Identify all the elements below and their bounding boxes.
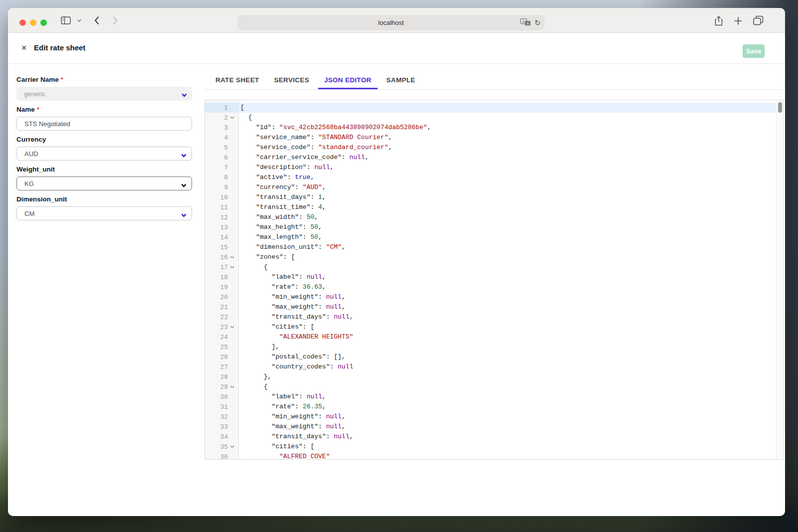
- code-line[interactable]: 13 "max_height": 50,: [205, 222, 776, 232]
- json-token: },: [264, 373, 272, 380]
- json-code-editor[interactable]: 1[2 {3 "id": "svc_42cb22568ba44389890207…: [204, 100, 784, 460]
- new-tab-icon[interactable]: [734, 16, 743, 25]
- fold-icon[interactable]: [228, 266, 238, 269]
- json-token: ,: [322, 273, 326, 281]
- minimize-window-button[interactable]: [30, 19, 36, 26]
- code-line[interactable]: 21 "max_weight": null,: [205, 302, 776, 312]
- json-token: null: [314, 164, 330, 171]
- code-line[interactable]: 12 "max_width": 50,: [205, 212, 776, 222]
- code-line[interactable]: 14 "max_length": 50,: [205, 232, 776, 242]
- save-button[interactable]: Save: [743, 44, 765, 58]
- json-token: :: [310, 193, 318, 201]
- reload-icon[interactable]: ↻: [534, 18, 541, 27]
- json-token: 26.35: [303, 403, 322, 410]
- json-token: "service_code": [256, 144, 310, 151]
- tab-sample[interactable]: SAMPLE: [381, 72, 421, 89]
- fold-icon[interactable]: [228, 445, 238, 448]
- weight-unit-select[interactable]: KG: [16, 177, 192, 190]
- carrier-name-select[interactable]: generic: [16, 87, 192, 101]
- json-token: "AUD": [303, 183, 322, 191]
- dimension-unit-select[interactable]: CM: [16, 206, 192, 220]
- code-line[interactable]: 10 "transit_days": 1,: [205, 192, 776, 202]
- gutter-cell: 2: [205, 113, 238, 123]
- line-number: 1: [205, 104, 228, 112]
- fold-icon[interactable]: [228, 385, 238, 388]
- code-text: "min_weight": null,: [238, 412, 776, 422]
- fold-icon[interactable]: [228, 116, 238, 119]
- json-token: "min_weight": [271, 293, 318, 301]
- forward-button[interactable]: [112, 15, 118, 25]
- back-button[interactable]: [94, 15, 100, 25]
- sidebar-chevron-icon[interactable]: [77, 19, 82, 22]
- editor-scrollbar-thumb[interactable]: [778, 102, 782, 113]
- fold-icon[interactable]: [228, 326, 238, 329]
- tab-json-editor[interactable]: JSON EDITOR: [318, 72, 378, 89]
- json-token: "max_weight": [271, 423, 318, 430]
- code-line[interactable]: 25 ],: [205, 342, 776, 352]
- currency-label: Currency: [16, 136, 192, 144]
- code-text: "min_weight": null,: [238, 292, 776, 302]
- share-icon[interactable]: [714, 15, 723, 26]
- line-number: 31: [205, 403, 228, 411]
- code-line[interactable]: 36 "ALFRED COVE": [205, 452, 776, 460]
- json-token: : [: [303, 323, 314, 331]
- code-line[interactable]: 34 "transit_days": null,: [205, 432, 776, 442]
- tab-overview-icon[interactable]: [753, 15, 764, 25]
- code-line[interactable]: 27 "country_codes": null: [205, 362, 776, 372]
- code-line[interactable]: 2 {: [205, 113, 776, 123]
- code-line[interactable]: 20 "min_weight": null,: [205, 292, 776, 302]
- code-line[interactable]: 32 "min_weight": null,: [205, 412, 776, 422]
- json-token: : [],: [326, 353, 346, 360]
- json-token: :: [299, 273, 307, 281]
- code-line[interactable]: 17 {: [205, 262, 776, 272]
- weight-unit-value: KG: [24, 180, 34, 187]
- currency-select[interactable]: AUD: [16, 147, 192, 161]
- code-line[interactable]: 18 "label": null,: [205, 272, 776, 282]
- code-lines: 1[2 {3 "id": "svc_42cb22568ba44389890207…: [205, 103, 776, 460]
- line-number: 20: [205, 294, 228, 301]
- json-token: {: [264, 383, 268, 390]
- name-field[interactable]: [24, 120, 178, 128]
- code-line[interactable]: 23 "cities": [: [205, 322, 776, 332]
- json-token: ,: [322, 393, 326, 400]
- code-line[interactable]: 4 "service_name": "STANDARD Courier",: [205, 133, 776, 143]
- tab-services[interactable]: SERVICES: [268, 72, 315, 89]
- fold-icon[interactable]: [228, 256, 238, 259]
- code-line[interactable]: 26 "postal_codes": [],: [205, 352, 776, 362]
- json-token: ,: [349, 313, 353, 321]
- carrier-name-label: Carrier Name*: [16, 76, 192, 84]
- code-line[interactable]: 8 "active": true,: [205, 173, 776, 182]
- code-line[interactable]: 16 "zones": [: [205, 252, 776, 262]
- code-line[interactable]: 33 "max_weight": null,: [205, 422, 776, 432]
- code-line[interactable]: 28 },: [205, 372, 776, 382]
- code-line[interactable]: 7 "description": null,: [205, 163, 776, 173]
- code-line[interactable]: 9 "currency": "AUD",: [205, 182, 776, 192]
- code-text: "cities": [: [238, 322, 776, 332]
- json-token: "cities": [271, 323, 302, 331]
- tab-rate-sheet[interactable]: RATE SHEET: [209, 72, 265, 89]
- line-number: 18: [205, 274, 228, 281]
- code-line[interactable]: 11 "transit_time": 4,: [205, 202, 776, 212]
- json-token: null: [307, 273, 322, 281]
- code-line[interactable]: 19 "rate": 36.63,: [205, 282, 776, 292]
- code-line[interactable]: 31 "rate": 26.35,: [205, 402, 776, 412]
- code-line[interactable]: 15 "dimension_unit": "CM",: [205, 242, 776, 252]
- close-icon[interactable]: ✕: [20, 44, 28, 52]
- close-window-button[interactable]: [19, 19, 26, 26]
- code-line[interactable]: 6 "carrier_service_code": null,: [205, 153, 776, 163]
- code-line[interactable]: 1[: [205, 103, 776, 113]
- code-line[interactable]: 35 "cities": [: [205, 442, 776, 452]
- code-line[interactable]: 30 "label": null,: [205, 392, 776, 402]
- code-line[interactable]: 22 "transit_days": null,: [205, 312, 776, 322]
- gutter-cell: 35: [205, 442, 238, 452]
- translate-icon[interactable]: Aa: [520, 18, 531, 27]
- editor-scrollbar[interactable]: [776, 100, 783, 459]
- line-number: 11: [205, 204, 228, 211]
- code-line[interactable]: 29 {: [205, 382, 776, 392]
- code-line[interactable]: 24 "ALEXANDER HEIGHTS": [205, 332, 776, 342]
- code-line[interactable]: 3 "id": "svc_42cb22568ba443898902074dab5…: [205, 123, 776, 133]
- sidebar-toggle-icon[interactable]: [61, 16, 71, 24]
- code-line[interactable]: 5 "service_code": "standard_courier",: [205, 143, 776, 153]
- address-bar[interactable]: localhost Aa ↻: [237, 15, 545, 30]
- zoom-window-button[interactable]: [40, 19, 47, 26]
